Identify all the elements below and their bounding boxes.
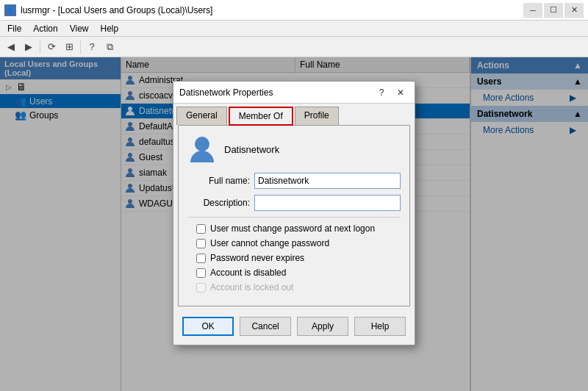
description-row: Description: (187, 195, 401, 211)
toolbar-help[interactable]: ? (84, 39, 100, 55)
tab-general[interactable]: General (176, 107, 227, 125)
checkbox-must-change: User must change password at next logon (196, 223, 401, 234)
more-actions-label: More Actions (483, 93, 534, 103)
dialog-footer: OK Cancel Apply Help (173, 311, 415, 345)
user-icon (124, 74, 136, 86)
user-icon (124, 182, 136, 194)
checkbox-never-expires: Password never expires (196, 253, 401, 263)
divider (187, 217, 401, 218)
checkbox-locked-out-label: Account is locked out (210, 282, 293, 293)
user-name: siamak (139, 168, 167, 178)
section-expand-icon: ▲ (573, 109, 582, 119)
app-icon: 👤 (4, 4, 16, 16)
user-icon (124, 90, 136, 101)
user-icon (124, 121, 136, 132)
svg-point-0 (128, 76, 132, 80)
user-big-icon (187, 134, 217, 164)
users-icon: 👥 (15, 96, 26, 107)
menu-file[interactable]: File (3, 22, 26, 35)
dialog-controls: ? ✕ (373, 86, 409, 99)
user-display-name: Datisnetwork (224, 144, 279, 155)
toolbar-refresh[interactable]: ⟳ (43, 39, 60, 55)
svg-point-5 (128, 153, 132, 157)
svg-point-2 (128, 107, 132, 111)
dialog-help-button[interactable]: ? (373, 86, 390, 99)
tab-member-of[interactable]: Member Of (229, 107, 293, 126)
actions-collapse-icon: ▲ (573, 60, 582, 71)
dialog-close-button[interactable]: ✕ (392, 86, 409, 99)
description-input[interactable] (254, 195, 401, 211)
help-button[interactable]: Help (354, 317, 406, 336)
svg-point-9 (195, 137, 209, 151)
svg-point-4 (128, 137, 132, 142)
groups-icon: 👥 (15, 110, 26, 121)
full-name-input[interactable] (254, 173, 401, 189)
section-expand-icon: ▲ (573, 76, 582, 87)
checkbox-disabled: Account is disabled (196, 268, 401, 278)
checkbox-disabled-input[interactable] (196, 268, 206, 278)
toolbar: ◀ ▶ ⟳ ⊞ ? ⧉ (0, 37, 588, 57)
more-actions-arrow: ▶ (570, 93, 576, 103)
checkbox-locked-out-input (196, 283, 206, 293)
user-icon (124, 105, 136, 117)
sidebar-item-label-users: Users (29, 96, 52, 107)
user-icon (124, 136, 136, 148)
user-avatar-svg (187, 134, 217, 164)
checkbox-must-change-label: User must change password at next logon (210, 223, 375, 234)
actions-more-datisnetwork[interactable]: More Actions ▶ (471, 122, 588, 138)
actions-section-datisnetwork[interactable]: Datisnetwork ▲ (471, 106, 588, 122)
tree-header: Local Users and Groups (Local) (0, 57, 121, 79)
dialog-title-bar: Datisnetwork Properties ? ✕ (173, 82, 415, 104)
more-actions-label: More Actions (483, 125, 534, 135)
user-icon (124, 151, 136, 163)
toolbar-export[interactable]: ⊞ (61, 39, 77, 55)
toolbar-forward[interactable]: ▶ (21, 39, 37, 55)
full-name-label: Full name: (187, 176, 250, 186)
section-title-label: Users (477, 76, 501, 87)
col-header-fullname: Full Name (295, 57, 470, 72)
user-display: Datisnetwork (187, 134, 401, 164)
maximize-button[interactable]: ☐ (544, 3, 563, 18)
tree-folder-icon: 🖥 (16, 81, 26, 93)
minimize-button[interactable]: ─ (523, 3, 542, 18)
menu-help[interactable]: Help (96, 22, 123, 35)
actions-more-users[interactable]: More Actions ▶ (471, 90, 588, 106)
cancel-button[interactable]: Cancel (240, 317, 291, 336)
toolbar-back[interactable]: ◀ (3, 39, 19, 55)
actions-section-users[interactable]: Users ▲ (471, 73, 588, 90)
actions-title: Actions (477, 60, 509, 71)
list-header: Name Full Name (121, 57, 470, 73)
toolbar-separator-2 (80, 40, 81, 54)
checkbox-cannot-change-input[interactable] (196, 239, 206, 248)
dialog-datisnetwork-properties: Datisnetwork Properties ? ✕ General Memb… (173, 81, 415, 345)
tree-item-users[interactable]: ▷ 🖥 (0, 79, 121, 94)
checkbox-must-change-input[interactable] (196, 224, 206, 234)
col-header-name: Name (121, 57, 295, 72)
checkbox-never-expires-label: Password never expires (210, 253, 304, 263)
close-button[interactable]: ✕ (564, 3, 584, 18)
tree-panel: Local Users and Groups (Local) ▷ 🖥 👥 Use… (0, 57, 121, 391)
apply-button[interactable]: Apply (297, 317, 348, 336)
sidebar-item-users[interactable]: 👥 Users (0, 94, 121, 108)
checkbox-never-expires-input[interactable] (196, 254, 206, 263)
ok-button[interactable]: OK (182, 317, 234, 336)
svg-point-3 (128, 122, 132, 126)
sidebar-item-groups[interactable]: 👥 Groups (0, 108, 121, 122)
user-icon (124, 198, 136, 209)
tabs-container: General Member Of Profile (173, 104, 415, 125)
tab-profile[interactable]: Profile (295, 107, 339, 125)
menu-view[interactable]: View (65, 22, 93, 35)
toolbar-properties[interactable]: ⧉ (101, 39, 118, 55)
tree-expand-icon: ▷ (6, 83, 13, 91)
checkbox-cannot-change: User cannot change password (196, 238, 401, 248)
description-label: Description: (187, 198, 250, 208)
dialog-content: Datisnetwork Full name: Description: Use… (178, 125, 410, 306)
checkbox-locked-out: Account is locked out (196, 282, 401, 293)
checkbox-cannot-change-label: User cannot change password (210, 238, 329, 248)
sidebar-item-label-groups: Groups (29, 110, 58, 121)
full-name-row: Full name: (187, 173, 401, 189)
svg-point-1 (128, 91, 132, 96)
user-icon (124, 167, 136, 179)
main-container: Local Users and Groups (Local) ▷ 🖥 👥 Use… (0, 57, 588, 391)
menu-action[interactable]: Action (29, 22, 62, 35)
